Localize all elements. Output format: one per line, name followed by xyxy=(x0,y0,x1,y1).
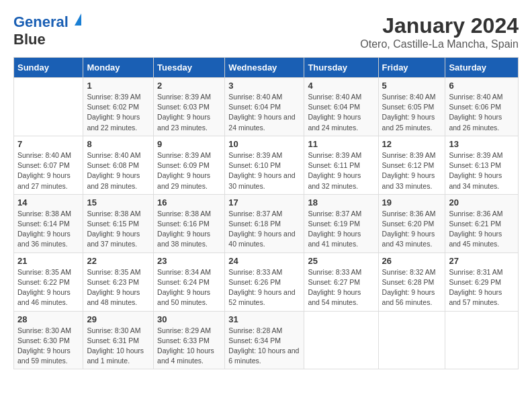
day-number: 16 xyxy=(157,197,221,208)
calendar-cell: 27Sunrise: 8:31 AMSunset: 6:29 PMDayligh… xyxy=(445,253,519,311)
day-number: 27 xyxy=(449,256,515,266)
calendar-cell: 8Sunrise: 8:40 AMSunset: 6:08 PMDaylight… xyxy=(83,136,154,194)
calendar-cell: 1Sunrise: 8:39 AMSunset: 6:02 PMDaylight… xyxy=(83,78,154,136)
col-header-tuesday: Tuesday xyxy=(154,58,225,78)
calendar-cell: 3Sunrise: 8:40 AMSunset: 6:04 PMDaylight… xyxy=(225,78,304,136)
calendar-cell: 25Sunrise: 8:33 AMSunset: 6:27 PMDayligh… xyxy=(304,253,378,311)
calendar-cell xyxy=(14,78,83,136)
day-info: Sunrise: 8:31 AMSunset: 6:29 PMDaylight:… xyxy=(449,267,515,308)
day-number: 20 xyxy=(449,197,515,208)
col-header-monday: Monday xyxy=(83,58,154,78)
day-info: Sunrise: 8:39 AMSunset: 6:09 PMDaylight:… xyxy=(157,150,221,191)
calendar-cell: 11Sunrise: 8:39 AMSunset: 6:11 PMDayligh… xyxy=(304,136,378,194)
day-number: 24 xyxy=(228,256,300,266)
calendar-cell xyxy=(445,311,519,369)
day-info: Sunrise: 8:34 AMSunset: 6:24 PMDaylight:… xyxy=(157,267,221,308)
day-number: 22 xyxy=(87,256,150,266)
day-info: Sunrise: 8:32 AMSunset: 6:28 PMDaylight:… xyxy=(382,267,442,308)
day-number: 23 xyxy=(157,256,221,266)
col-header-sunday: Sunday xyxy=(14,58,83,78)
calendar-cell: 24Sunrise: 8:33 AMSunset: 6:26 PMDayligh… xyxy=(225,253,304,311)
calendar-cell: 7Sunrise: 8:40 AMSunset: 6:07 PMDaylight… xyxy=(14,136,83,194)
day-info: Sunrise: 8:37 AMSunset: 6:18 PMDaylight:… xyxy=(228,209,300,250)
calendar-cell xyxy=(304,311,378,369)
day-info: Sunrise: 8:40 AMSunset: 6:08 PMDaylight:… xyxy=(87,150,150,191)
day-number: 12 xyxy=(382,139,442,149)
day-info: Sunrise: 8:38 AMSunset: 6:16 PMDaylight:… xyxy=(157,209,221,250)
day-info: Sunrise: 8:36 AMSunset: 6:20 PMDaylight:… xyxy=(382,209,442,250)
calendar-cell: 19Sunrise: 8:36 AMSunset: 6:20 PMDayligh… xyxy=(378,194,445,253)
day-info: Sunrise: 8:39 AMSunset: 6:12 PMDaylight:… xyxy=(382,150,442,191)
day-info: Sunrise: 8:39 AMSunset: 6:03 PMDaylight:… xyxy=(157,92,221,133)
calendar-cell: 16Sunrise: 8:38 AMSunset: 6:16 PMDayligh… xyxy=(154,194,225,253)
day-info: Sunrise: 8:33 AMSunset: 6:27 PMDaylight:… xyxy=(308,267,374,308)
month-title: January 2024 xyxy=(360,13,519,38)
day-number: 14 xyxy=(17,197,79,208)
calendar-cell: 26Sunrise: 8:32 AMSunset: 6:28 PMDayligh… xyxy=(378,253,445,311)
day-number: 30 xyxy=(157,314,221,324)
calendar-header-row: SundayMondayTuesdayWednesdayThursdayFrid… xyxy=(14,58,519,78)
calendar-cell: 5Sunrise: 8:40 AMSunset: 6:05 PMDaylight… xyxy=(378,78,445,136)
day-info: Sunrise: 8:35 AMSunset: 6:23 PMDaylight:… xyxy=(87,267,150,308)
day-info: Sunrise: 8:40 AMSunset: 6:05 PMDaylight:… xyxy=(382,92,442,133)
calendar-cell: 22Sunrise: 8:35 AMSunset: 6:23 PMDayligh… xyxy=(83,253,154,311)
title-section: January 2024 Otero, Castille-La Mancha, … xyxy=(360,13,519,50)
logo-text: General Blue xyxy=(13,13,81,49)
day-info: Sunrise: 8:39 AMSunset: 6:13 PMDaylight:… xyxy=(449,150,515,191)
day-info: Sunrise: 8:40 AMSunset: 6:07 PMDaylight:… xyxy=(17,150,79,191)
calendar-cell: 13Sunrise: 8:39 AMSunset: 6:13 PMDayligh… xyxy=(445,136,519,194)
day-info: Sunrise: 8:30 AMSunset: 6:30 PMDaylight:… xyxy=(17,326,79,367)
calendar-cell: 23Sunrise: 8:34 AMSunset: 6:24 PMDayligh… xyxy=(154,253,225,311)
day-number: 18 xyxy=(308,197,374,208)
calendar-cell: 31Sunrise: 8:28 AMSunset: 6:34 PMDayligh… xyxy=(225,311,304,369)
day-number: 29 xyxy=(87,314,150,324)
calendar-cell: 2Sunrise: 8:39 AMSunset: 6:03 PMDaylight… xyxy=(154,78,225,136)
calendar-cell: 30Sunrise: 8:29 AMSunset: 6:33 PMDayligh… xyxy=(154,311,225,369)
day-number: 1 xyxy=(87,81,150,91)
day-number: 7 xyxy=(17,139,79,149)
day-info: Sunrise: 8:28 AMSunset: 6:34 PMDaylight:… xyxy=(228,326,300,367)
day-info: Sunrise: 8:39 AMSunset: 6:02 PMDaylight:… xyxy=(87,92,150,133)
day-info: Sunrise: 8:29 AMSunset: 6:33 PMDaylight:… xyxy=(157,326,221,367)
page-container: General Blue January 2024 Otero, Castill… xyxy=(13,13,519,369)
header: General Blue January 2024 Otero, Castill… xyxy=(13,13,519,50)
calendar-cell: 15Sunrise: 8:38 AMSunset: 6:15 PMDayligh… xyxy=(83,194,154,253)
day-info: Sunrise: 8:40 AMSunset: 6:04 PMDaylight:… xyxy=(308,92,374,133)
day-number: 25 xyxy=(308,256,374,266)
calendar-cell: 14Sunrise: 8:38 AMSunset: 6:14 PMDayligh… xyxy=(14,194,83,253)
day-number: 8 xyxy=(87,139,150,149)
day-number: 3 xyxy=(228,81,300,91)
calendar-cell: 28Sunrise: 8:30 AMSunset: 6:30 PMDayligh… xyxy=(14,311,83,369)
day-info: Sunrise: 8:39 AMSunset: 6:10 PMDaylight:… xyxy=(228,150,300,191)
calendar-cell: 12Sunrise: 8:39 AMSunset: 6:12 PMDayligh… xyxy=(378,136,445,194)
day-info: Sunrise: 8:36 AMSunset: 6:21 PMDaylight:… xyxy=(449,209,515,250)
col-header-thursday: Thursday xyxy=(304,58,378,78)
day-number: 31 xyxy=(228,314,300,324)
day-info: Sunrise: 8:40 AMSunset: 6:06 PMDaylight:… xyxy=(449,92,515,133)
day-number: 17 xyxy=(228,197,300,208)
day-number: 26 xyxy=(382,256,442,266)
calendar-table: SundayMondayTuesdayWednesdayThursdayFrid… xyxy=(13,57,519,369)
day-info: Sunrise: 8:38 AMSunset: 6:15 PMDaylight:… xyxy=(87,209,150,250)
logo: General Blue xyxy=(13,13,81,49)
calendar-cell: 29Sunrise: 8:30 AMSunset: 6:31 PMDayligh… xyxy=(83,311,154,369)
day-number: 19 xyxy=(382,197,442,208)
day-info: Sunrise: 8:40 AMSunset: 6:04 PMDaylight:… xyxy=(228,92,300,133)
day-number: 21 xyxy=(17,256,79,266)
calendar-cell: 18Sunrise: 8:37 AMSunset: 6:19 PMDayligh… xyxy=(304,194,378,253)
calendar-cell: 6Sunrise: 8:40 AMSunset: 6:06 PMDaylight… xyxy=(445,78,519,136)
calendar-week-row: 7Sunrise: 8:40 AMSunset: 6:07 PMDaylight… xyxy=(14,136,519,194)
day-number: 13 xyxy=(449,139,515,149)
calendar-cell xyxy=(378,311,445,369)
calendar-cell: 10Sunrise: 8:39 AMSunset: 6:10 PMDayligh… xyxy=(225,136,304,194)
calendar-cell: 21Sunrise: 8:35 AMSunset: 6:22 PMDayligh… xyxy=(14,253,83,311)
calendar-cell: 17Sunrise: 8:37 AMSunset: 6:18 PMDayligh… xyxy=(225,194,304,253)
calendar-cell: 4Sunrise: 8:40 AMSunset: 6:04 PMDaylight… xyxy=(304,78,378,136)
calendar-cell: 9Sunrise: 8:39 AMSunset: 6:09 PMDaylight… xyxy=(154,136,225,194)
calendar-week-row: 28Sunrise: 8:30 AMSunset: 6:30 PMDayligh… xyxy=(14,311,519,369)
calendar-week-row: 14Sunrise: 8:38 AMSunset: 6:14 PMDayligh… xyxy=(14,194,519,253)
col-header-wednesday: Wednesday xyxy=(225,58,304,78)
day-info: Sunrise: 8:30 AMSunset: 6:31 PMDaylight:… xyxy=(87,326,150,367)
day-number: 5 xyxy=(382,81,442,91)
day-number: 15 xyxy=(87,197,150,208)
